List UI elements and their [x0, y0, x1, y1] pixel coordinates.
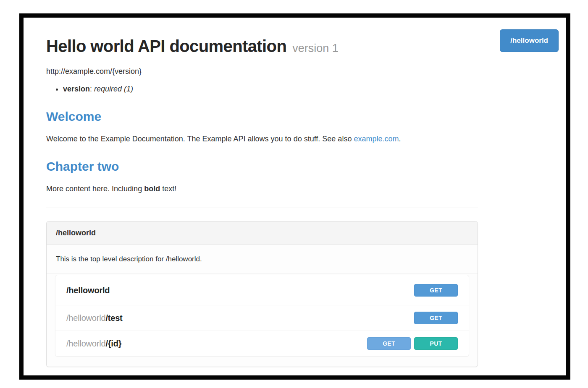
resource-path: /helloworld/{id} [66, 339, 364, 349]
page-header: Hello world API documentationversion 1 /… [46, 34, 559, 55]
chapter-two-text: More content here. Including [46, 185, 144, 193]
api-title-text: Hello world API documentation [46, 37, 286, 55]
get-method-button[interactable]: GET [414, 312, 458, 324]
get-method-button[interactable]: GET [367, 337, 411, 350]
resource-panel-description: This is the top level description for /h… [47, 245, 478, 274]
chapter-two-paragraph: More content here. Including bold text! [46, 184, 478, 194]
api-doc-page: Hello world API documentationversion 1 /… [24, 18, 566, 367]
resource-rows-box: /helloworld GET /helloworld/test GET /he… [55, 275, 469, 357]
section-heading-chapter-two: Chapter two [46, 159, 559, 174]
uri-param-item: version: required (1) [63, 84, 559, 94]
resource-rows-wrapper: /helloworld GET /helloworld/test GET /he… [47, 274, 478, 367]
uri-param-name: version [63, 85, 90, 93]
resource-path-parent: /helloworld [66, 339, 105, 348]
resource-row-helloworld-test[interactable]: /helloworld/test GET [55, 305, 469, 331]
welcome-paragraph: Welcome to the Example Documentation. Th… [46, 134, 478, 144]
uri-param-separator: : [90, 85, 94, 93]
screenshot-frame: Hello world API documentationversion 1 /… [19, 13, 570, 380]
resource-row-helloworld-id[interactable]: /helloworld/{id} GET PUT [55, 331, 469, 356]
resource-path: /helloworld [66, 286, 411, 295]
chapter-two-text-suffix: text! [160, 185, 176, 193]
example-com-link[interactable]: example.com [354, 135, 399, 143]
resource-panel-header: /helloworld [47, 221, 478, 245]
page-title: Hello world API documentationversion 1 [46, 37, 339, 55]
chapter-two-bold-text: bold [144, 185, 160, 193]
uri-param-constraint: required (1) [94, 85, 133, 93]
get-method-button[interactable]: GET [414, 284, 458, 297]
welcome-text-suffix: . [399, 135, 401, 143]
section-heading-welcome: Welcome [46, 109, 559, 124]
api-version-label: version 1 [292, 42, 339, 55]
welcome-text: Welcome to the Example Documentation. Th… [46, 135, 354, 143]
resource-path: /helloworld/test [66, 313, 411, 323]
divider [46, 208, 478, 208]
resource-path-name: /{id} [105, 339, 121, 348]
resource-path-parent: /helloworld [66, 313, 105, 323]
put-method-button[interactable]: PUT [414, 337, 458, 350]
helloworld-nav-button[interactable]: /helloworld [500, 29, 559, 52]
resource-panel: /helloworld This is the top level descri… [46, 221, 478, 367]
resource-path-name: /test [105, 313, 122, 323]
resource-row-helloworld[interactable]: /helloworld GET [55, 275, 469, 305]
base-uri-label: http://example.com/{version} [46, 67, 559, 76]
resource-path-name: /helloworld [66, 286, 110, 295]
uri-params-list: version: required (1) [46, 84, 559, 94]
